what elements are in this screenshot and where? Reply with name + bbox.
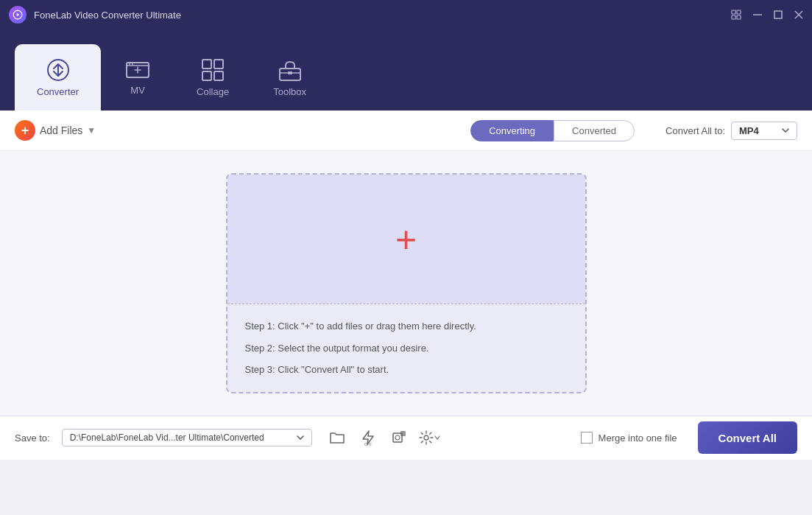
svg-rect-14 — [214, 60, 223, 69]
tab-converter[interactable]: Converter — [15, 44, 101, 111]
add-dropdown-arrow: ▼ — [87, 125, 96, 136]
svg-rect-16 — [214, 71, 223, 80]
settings-button[interactable] — [418, 426, 442, 449]
svg-rect-15 — [202, 71, 211, 80]
tab-toolbox[interactable]: Toolbox — [251, 44, 328, 111]
svg-rect-2 — [737, 10, 741, 14]
svg-point-11 — [129, 63, 130, 65]
collage-icon — [201, 58, 225, 82]
tab-mv[interactable]: MV — [101, 44, 174, 111]
merge-label: Merge into one file — [599, 432, 677, 444]
merge-checkbox[interactable] — [581, 432, 593, 444]
merge-area: Merge into one file — [581, 432, 677, 444]
step-1-text: Step 1: Click "+" to add files or drag t… — [245, 319, 568, 334]
path-dropdown-icon — [297, 435, 304, 440]
svg-rect-3 — [732, 15, 735, 19]
toolbar: + Add Files ▼ Converting Converted Conve… — [0, 111, 812, 151]
format-dropdown-icon — [782, 128, 789, 133]
gear-dropdown-small-icon — [434, 435, 440, 441]
add-files-label: Add Files — [40, 125, 82, 136]
svg-rect-6 — [774, 11, 782, 18]
converting-tab[interactable]: Converting — [470, 120, 554, 141]
convert-all-to-area: Convert All to: MP4 — [666, 122, 797, 140]
logo-icon — [13, 10, 23, 20]
save-path-selector[interactable]: D:\FoneLab\FoneLab Vid...ter Ultimate\Co… — [62, 429, 312, 446]
close-icon — [794, 10, 803, 19]
window-controls — [731, 10, 803, 20]
caption-button[interactable] — [731, 10, 741, 20]
convert-all-label: Convert All — [719, 432, 777, 444]
convert-all-button[interactable]: Convert All — [698, 421, 797, 454]
title-bar: FoneLab Video Converter Ultimate — [0, 0, 812, 29]
svg-rect-13 — [202, 60, 211, 69]
toolbox-icon — [278, 58, 302, 82]
step-2-text: Step 2: Select the output format you des… — [245, 341, 568, 356]
collage-tab-label: Collage — [197, 86, 229, 97]
format-selector[interactable]: MP4 — [731, 122, 797, 140]
svg-point-25 — [424, 435, 428, 440]
drop-zone-instructions: Step 1: Click "+" to add files or drag t… — [227, 304, 585, 392]
maximize-button[interactable] — [774, 10, 783, 19]
app-logo — [9, 6, 27, 24]
add-files-button[interactable]: + Add Files ▼ — [15, 120, 96, 141]
minimize-icon — [753, 14, 762, 15]
speed-mode-button[interactable]: OFF — [356, 426, 380, 449]
step-3-text: Step 3: Click "Convert All" to start. — [245, 362, 568, 377]
convert-all-to-label: Convert All to: — [666, 125, 725, 136]
save-to-label: Save to: — [15, 432, 50, 444]
add-plus-icon: + — [15, 120, 35, 141]
speed-icon: OFF — [360, 430, 376, 446]
converter-tab-label: Converter — [37, 86, 79, 97]
svg-rect-4 — [737, 15, 741, 19]
sub-tabs: Converting Converted — [470, 120, 635, 141]
gear-icon — [419, 430, 434, 445]
svg-point-23 — [395, 435, 400, 440]
tab-collage[interactable]: Collage — [174, 44, 251, 111]
drop-zone[interactable]: + Step 1: Click "+" to add files or drag… — [226, 173, 587, 393]
drop-zone-wrapper: + Step 1: Click "+" to add files or drag… — [0, 151, 812, 416]
maximize-icon — [774, 10, 783, 19]
close-button[interactable] — [794, 10, 803, 19]
drop-plus-icon: + — [395, 221, 417, 258]
mv-icon — [126, 60, 149, 80]
app-title: FoneLab Video Converter Ultimate — [34, 10, 181, 21]
minimize-button[interactable] — [753, 14, 762, 15]
converter-icon — [46, 58, 70, 82]
svg-text:OFF: OFF — [364, 442, 372, 446]
bottom-icons: OFF — [325, 426, 442, 449]
advanced-settings-button[interactable] — [387, 426, 411, 449]
save-path-value: D:\FoneLab\FoneLab Vid...ter Ultimate\Co… — [70, 432, 264, 443]
svg-rect-24 — [400, 431, 406, 436]
toolbox-tab-label: Toolbox — [273, 86, 306, 97]
bottom-bar: Save to: D:\FoneLab\FoneLab Vid...ter Ul… — [0, 416, 812, 460]
folder-icon — [329, 431, 345, 444]
browse-folder-button[interactable] — [325, 426, 349, 449]
converted-tab[interactable]: Converted — [554, 120, 635, 141]
svg-point-12 — [132, 63, 133, 65]
svg-rect-1 — [732, 10, 735, 14]
settings-badge-icon — [391, 430, 407, 446]
nav-tabs: Converter MV Collage — [0, 29, 812, 111]
caption-icon — [731, 10, 741, 20]
svg-rect-19 — [288, 71, 292, 74]
format-value: MP4 — [739, 125, 759, 136]
mv-tab-label: MV — [130, 85, 145, 96]
drop-zone-upper[interactable]: + — [227, 175, 585, 304]
